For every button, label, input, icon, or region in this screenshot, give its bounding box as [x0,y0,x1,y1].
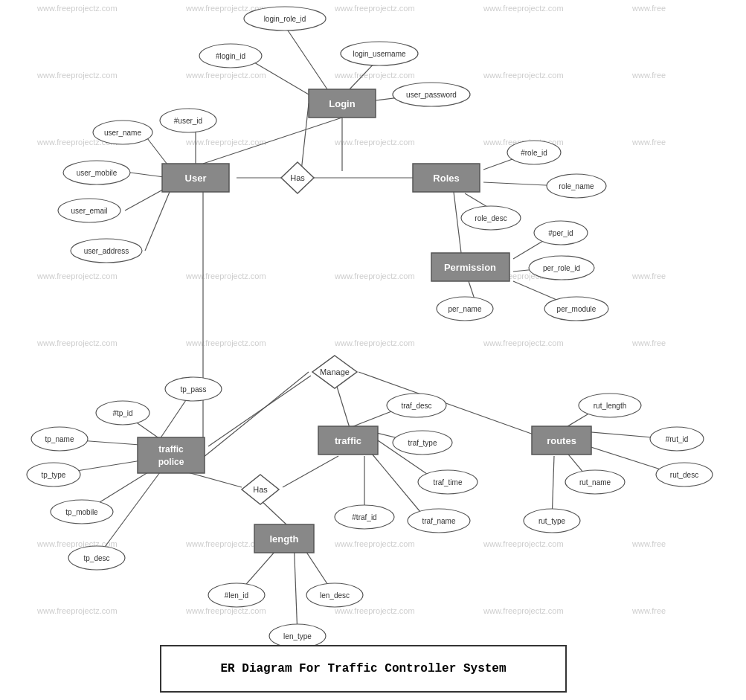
er-diagram-svg: www.freeprojectz.com www.freeprojectz.co… [0,0,746,700]
user-id-text: #user_id [174,117,202,125]
svg-line-40 [301,103,309,171]
per-role-id-text: per_role_id [543,264,580,272]
svg-text:www.freeprojectz.com: www.freeprojectz.com [36,338,118,347]
len-desc-text: len_desc [320,591,350,600]
svg-text:www.freeprojectz.com: www.freeprojectz.com [185,138,266,147]
user-email-text: user_email [71,207,108,215]
has-label-2: Has [253,485,268,494]
svg-text:www.freeprojectz.com: www.freeprojectz.com [334,539,415,548]
routes-label: routes [547,435,576,446]
svg-text:www.free: www.free [631,539,666,548]
traf-desc-text: traf_desc [401,402,431,410]
role-name-text: role_name [559,182,594,190]
traf-id-text: #traf_id [352,513,376,521]
login-username-text: login_username [353,50,406,58]
login-label: Login [329,98,355,109]
svg-text:www.freeprojectz.com: www.freeprojectz.com [185,338,266,347]
svg-text:www.freeprojectz.com: www.freeprojectz.com [36,606,118,615]
svg-text:www.freeprojectz.com: www.freeprojectz.com [334,71,415,80]
traffic-police-entity [138,437,205,473]
user-name-text: user_name [104,129,141,137]
per-id-text: #per_id [548,229,573,237]
rut-id-text: #rut_id [666,435,689,443]
tp-type-text: tp_type [42,471,66,479]
svg-text:www.free: www.free [631,338,666,347]
svg-text:www.freeprojectz.com: www.freeprojectz.com [483,4,564,13]
traf-time-text: traf_time [434,478,463,487]
per-name-text: per_name [448,305,481,313]
has-label-1: Has [290,173,305,182]
svg-line-58 [208,376,311,446]
svg-text:www.freeprojectz.com: www.freeprojectz.com [185,606,266,615]
svg-text:www.freeprojectz.com: www.freeprojectz.com [483,539,564,548]
login-id-text: #login_id [216,52,245,60]
len-id-text: #len_id [225,591,248,600]
rut-length-text: rut_length [594,402,626,410]
len-type-text: len_type [283,632,312,640]
svg-text:www.freeprojectz.com: www.freeprojectz.com [334,338,415,347]
svg-text:www.freeprojectz.com: www.freeprojectz.com [483,606,564,615]
traffic-police-label2: police [158,457,184,467]
user-label: User [185,173,207,184]
svg-text:www.freeprojectz.com: www.freeprojectz.com [483,338,564,347]
login-role-id-text: login_role_id [264,15,306,23]
svg-text:www.free: www.free [631,272,666,280]
traffic-label: traffic [335,435,361,446]
tp-id-text: #tp_id [112,409,132,417]
user-password-text: user_password [406,91,457,99]
rut-desc-text: rut_desc [670,471,698,479]
roles-label: Roles [433,173,459,184]
manage-label: Manage [320,367,350,376]
title-text: ER Diagram For Traffic Controller System [220,662,506,675]
traffic-police-label1: traffic [158,444,184,455]
svg-text:www.freeprojectz.com: www.freeprojectz.com [36,4,118,13]
svg-text:www.freeprojectz.com: www.freeprojectz.com [334,272,415,280]
svg-text:www.freeprojectz.com: www.freeprojectz.com [334,138,415,147]
title-box: ER Diagram For Traffic Controller System [160,645,567,693]
svg-line-51 [454,192,461,253]
role-id-text: #role_id [521,149,547,157]
length-label: length [270,533,299,545]
svg-text:www.free: www.free [631,71,666,80]
svg-text:www.free: www.free [631,4,666,13]
diagram-container: www.freeprojectz.com www.freeprojectz.co… [0,0,746,700]
user-address-text: user_address [84,247,129,255]
rut-type-text: rut_type [538,517,566,525]
svg-text:www.freeprojectz.com: www.freeprojectz.com [36,272,118,280]
tp-desc-text: tp_desc [83,554,109,562]
tp-mobile-text: tp_mobile [65,508,98,516]
svg-text:www.freeprojectz.com: www.freeprojectz.com [185,272,266,280]
svg-line-42 [145,135,170,167]
svg-line-45 [145,192,170,251]
svg-line-35 [285,26,327,89]
rut-name-text: rut_name [579,478,611,487]
user-mobile-text: user_mobile [77,169,118,177]
svg-line-77 [283,456,338,487]
tp-name-text: tp_name [45,435,74,443]
svg-text:www.freeprojectz.com: www.freeprojectz.com [334,4,415,13]
svg-text:www.freeprojectz.com: www.freeprojectz.com [185,71,266,80]
role-desc-text: role_desc [475,214,507,222]
svg-text:www.free: www.free [631,138,666,147]
svg-text:www.freeprojectz.com: www.freeprojectz.com [334,606,415,615]
svg-text:www.freeprojectz.com: www.freeprojectz.com [483,71,564,80]
svg-line-79 [260,500,286,524]
svg-text:www.freeprojectz.com: www.freeprojectz.com [36,71,118,80]
permission-label: Permission [444,262,496,273]
traf-type-text: traf_type [408,439,437,447]
svg-text:www.free: www.free [631,606,666,615]
traf-name-text: traf_name [422,517,455,525]
per-module-text: per_module [557,305,597,313]
svg-line-60 [358,372,536,435]
tp-pass-text: tp_pass [180,385,206,394]
